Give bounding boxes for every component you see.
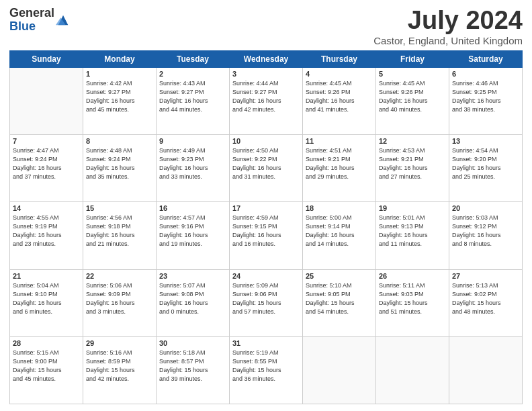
calendar-cell: 14Sunrise: 4:55 AM Sunset: 9:19 PM Dayli… — [10, 202, 83, 269]
day-number: 17 — [232, 204, 300, 212]
day-number: 13 — [452, 137, 519, 145]
day-info: Sunrise: 4:57 AM Sunset: 9:16 PM Dayligh… — [159, 214, 226, 248]
calendar-cell: 17Sunrise: 4:59 AM Sunset: 9:15 PM Dayli… — [230, 202, 303, 269]
calendar-header-row: SundayMondayTuesdayWednesdayThursdayFrid… — [10, 50, 523, 67]
month-title: July 2024 — [373, 7, 523, 35]
calendar-week-row: 7Sunrise: 4:47 AM Sunset: 9:24 PM Daylig… — [10, 135, 523, 202]
day-info: Sunrise: 4:42 AM Sunset: 9:27 PM Dayligh… — [86, 79, 153, 114]
day-number: 2 — [159, 70, 226, 78]
day-number: 8 — [86, 137, 153, 145]
day-number: 18 — [306, 204, 373, 212]
day-info: Sunrise: 4:46 AM Sunset: 9:25 PM Dayligh… — [452, 79, 519, 114]
day-info: Sunrise: 4:55 AM Sunset: 9:19 PM Dayligh… — [13, 214, 80, 248]
calendar-cell: 31Sunrise: 5:19 AM Sunset: 8:55 PM Dayli… — [230, 336, 303, 404]
day-number: 24 — [232, 272, 300, 280]
calendar-cell: 23Sunrise: 5:07 AM Sunset: 9:08 PM Dayli… — [157, 269, 230, 336]
day-number: 29 — [86, 339, 153, 347]
day-info: Sunrise: 5:01 AM Sunset: 9:13 PM Dayligh… — [379, 214, 446, 248]
day-info: Sunrise: 5:04 AM Sunset: 9:10 PM Dayligh… — [13, 281, 80, 316]
calendar-cell: 6Sunrise: 4:46 AM Sunset: 9:25 PM Daylig… — [449, 67, 523, 134]
calendar-cell: 2Sunrise: 4:43 AM Sunset: 9:27 PM Daylig… — [157, 67, 230, 134]
day-number: 26 — [379, 272, 446, 280]
day-info: Sunrise: 4:50 AM Sunset: 9:22 PM Dayligh… — [232, 146, 300, 181]
day-info: Sunrise: 5:19 AM Sunset: 8:55 PM Dayligh… — [232, 349, 300, 383]
day-number: 15 — [86, 204, 153, 212]
calendar-cell: 12Sunrise: 4:53 AM Sunset: 9:21 PM Dayli… — [376, 135, 449, 202]
calendar-cell: 19Sunrise: 5:01 AM Sunset: 9:13 PM Dayli… — [376, 202, 449, 269]
day-info: Sunrise: 4:47 AM Sunset: 9:24 PM Dayligh… — [13, 146, 80, 181]
day-number: 30 — [159, 339, 226, 347]
day-info: Sunrise: 4:44 AM Sunset: 9:27 PM Dayligh… — [232, 79, 300, 114]
calendar-cell — [10, 67, 83, 134]
day-of-week-header: Tuesday — [157, 50, 230, 67]
day-info: Sunrise: 5:03 AM Sunset: 9:12 PM Dayligh… — [452, 214, 519, 248]
calendar-table: SundayMondayTuesdayWednesdayThursdayFrid… — [9, 50, 523, 404]
day-info: Sunrise: 4:54 AM Sunset: 9:20 PM Dayligh… — [452, 146, 519, 181]
day-info: Sunrise: 4:45 AM Sunset: 9:26 PM Dayligh… — [306, 79, 373, 114]
day-number: 9 — [159, 137, 226, 145]
day-number: 11 — [306, 137, 373, 145]
day-info: Sunrise: 4:53 AM Sunset: 9:21 PM Dayligh… — [379, 146, 446, 181]
day-number: 4 — [306, 70, 373, 78]
calendar-cell — [376, 336, 449, 404]
calendar-week-row: 21Sunrise: 5:04 AM Sunset: 9:10 PM Dayli… — [10, 269, 523, 336]
day-of-week-header: Thursday — [303, 50, 376, 67]
calendar-cell: 4Sunrise: 4:45 AM Sunset: 9:26 PM Daylig… — [303, 67, 376, 134]
calendar-cell: 11Sunrise: 4:51 AM Sunset: 9:21 PM Dayli… — [303, 135, 376, 202]
calendar-cell: 5Sunrise: 4:45 AM Sunset: 9:26 PM Daylig… — [376, 67, 449, 134]
calendar-cell: 28Sunrise: 5:15 AM Sunset: 9:00 PM Dayli… — [10, 336, 83, 404]
calendar-cell: 8Sunrise: 4:48 AM Sunset: 9:24 PM Daylig… — [83, 135, 157, 202]
day-info: Sunrise: 4:49 AM Sunset: 9:23 PM Dayligh… — [159, 146, 226, 181]
day-number: 27 — [452, 272, 519, 280]
logo-general: General — [9, 7, 54, 20]
day-info: Sunrise: 4:51 AM Sunset: 9:21 PM Dayligh… — [306, 146, 373, 181]
day-info: Sunrise: 4:56 AM Sunset: 9:18 PM Dayligh… — [86, 214, 153, 248]
logo-icon — [56, 13, 71, 28]
calendar-cell: 20Sunrise: 5:03 AM Sunset: 9:12 PM Dayli… — [449, 202, 523, 269]
day-number: 7 — [13, 137, 80, 145]
calendar-cell: 22Sunrise: 5:06 AM Sunset: 9:09 PM Dayli… — [83, 269, 157, 336]
calendar-cell — [449, 336, 523, 404]
page: General Blue July 2024 Castor, England, … — [0, 0, 532, 411]
calendar-cell: 24Sunrise: 5:09 AM Sunset: 9:06 PM Dayli… — [230, 269, 303, 336]
day-info: Sunrise: 5:07 AM Sunset: 9:08 PM Dayligh… — [159, 281, 226, 316]
calendar-week-row: 14Sunrise: 4:55 AM Sunset: 9:19 PM Dayli… — [10, 202, 523, 269]
day-of-week-header: Monday — [83, 50, 157, 67]
calendar-cell: 10Sunrise: 4:50 AM Sunset: 9:22 PM Dayli… — [230, 135, 303, 202]
day-info: Sunrise: 4:45 AM Sunset: 9:26 PM Dayligh… — [379, 79, 446, 114]
calendar-cell: 7Sunrise: 4:47 AM Sunset: 9:24 PM Daylig… — [10, 135, 83, 202]
day-of-week-header: Wednesday — [230, 50, 303, 67]
day-number: 3 — [232, 70, 300, 78]
day-number: 28 — [13, 339, 80, 347]
day-number: 20 — [452, 204, 519, 212]
day-info: Sunrise: 5:16 AM Sunset: 8:59 PM Dayligh… — [86, 349, 153, 383]
day-info: Sunrise: 5:10 AM Sunset: 9:05 PM Dayligh… — [306, 281, 373, 316]
day-info: Sunrise: 4:43 AM Sunset: 9:27 PM Dayligh… — [159, 79, 226, 114]
calendar-week-row: 1Sunrise: 4:42 AM Sunset: 9:27 PM Daylig… — [10, 67, 523, 134]
day-info: Sunrise: 5:13 AM Sunset: 9:02 PM Dayligh… — [452, 281, 519, 316]
calendar-cell: 9Sunrise: 4:49 AM Sunset: 9:23 PM Daylig… — [157, 135, 230, 202]
day-number: 6 — [452, 70, 519, 78]
day-info: Sunrise: 5:11 AM Sunset: 9:03 PM Dayligh… — [379, 281, 446, 316]
title-block: July 2024 Castor, England, United Kingdo… — [373, 7, 523, 46]
calendar-cell: 3Sunrise: 4:44 AM Sunset: 9:27 PM Daylig… — [230, 67, 303, 134]
day-info: Sunrise: 4:59 AM Sunset: 9:15 PM Dayligh… — [232, 214, 300, 248]
calendar-cell: 15Sunrise: 4:56 AM Sunset: 9:18 PM Dayli… — [83, 202, 157, 269]
logo-blue: Blue — [9, 20, 54, 34]
calendar-cell: 16Sunrise: 4:57 AM Sunset: 9:16 PM Dayli… — [157, 202, 230, 269]
day-number: 19 — [379, 204, 446, 212]
day-number: 16 — [159, 204, 226, 212]
day-info: Sunrise: 5:00 AM Sunset: 9:14 PM Dayligh… — [306, 214, 373, 248]
day-info: Sunrise: 5:09 AM Sunset: 9:06 PM Dayligh… — [232, 281, 300, 316]
calendar-cell: 1Sunrise: 4:42 AM Sunset: 9:27 PM Daylig… — [83, 67, 157, 134]
calendar-cell: 27Sunrise: 5:13 AM Sunset: 9:02 PM Dayli… — [449, 269, 523, 336]
day-number: 10 — [232, 137, 300, 145]
day-number: 5 — [379, 70, 446, 78]
day-of-week-header: Saturday — [449, 50, 523, 67]
day-number: 23 — [159, 272, 226, 280]
calendar-cell — [303, 336, 376, 404]
day-info: Sunrise: 5:06 AM Sunset: 9:09 PM Dayligh… — [86, 281, 153, 316]
day-info: Sunrise: 4:48 AM Sunset: 9:24 PM Dayligh… — [86, 146, 153, 181]
day-number: 31 — [232, 339, 300, 347]
day-number: 25 — [306, 272, 373, 280]
